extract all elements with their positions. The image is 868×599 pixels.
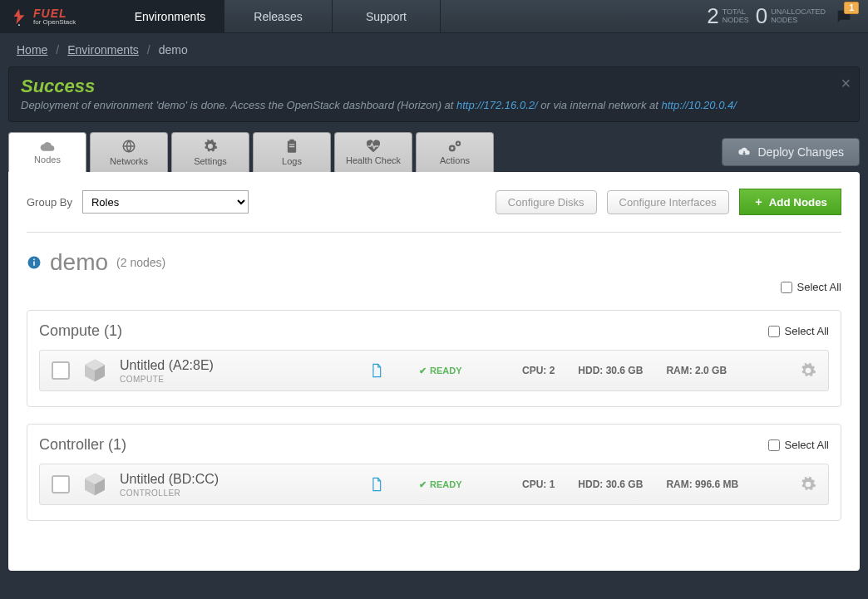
group-title: Compute (1) [39,322,122,340]
alert-title: Success [21,76,834,97]
gears-icon [446,140,463,153]
heartbeat-icon [365,140,382,153]
tab-health-check[interactable]: Health Check [334,132,412,172]
tab-nodes[interactable]: Nodes [8,132,86,172]
cloud-download-icon [737,146,751,158]
gear-icon [203,139,218,154]
unallocated-nodes-label: UNALLOCATED NODES [771,8,826,25]
logo[interactable]: FUEL for OpenStack [0,0,116,32]
horizon-link-internal[interactable]: http://10.20.0.4/ [661,99,736,111]
fuel-logo-icon [10,7,28,26]
group-title: Controller (1) [39,436,126,454]
node-settings-icon[interactable] [800,476,816,493]
node-hdd: HDD: 30.6 GB [578,479,643,490]
deploy-changes-button[interactable]: Deploy Changes [722,138,860,166]
node-role: COMPUTE [120,375,214,384]
stat-total-nodes: 2 TOTAL NODES [707,3,748,29]
nav-support[interactable]: Support [333,0,441,32]
node-cpu: CPU: 2 [522,365,555,376]
top-right: 2 TOTAL NODES 0 UNALLOCATED NODES 1 [707,0,868,32]
horizon-link-external[interactable]: http://172.16.0.2/ [456,99,538,111]
env-tabs: Nodes Networks Settings Logs Health Chec… [8,132,860,172]
notification-badge: 1 [844,2,859,14]
nodes-panel: Group By Roles Configure Disks Configure… [8,172,860,571]
alert-body: Deployment of environment 'demo' is done… [21,99,834,111]
tab-settings[interactable]: Settings [171,132,249,172]
check-icon: ✔ [419,479,427,490]
breadcrumb-home[interactable]: Home [17,43,47,56]
environment-node-count: (2 nodes) [116,256,165,269]
svg-point-7 [451,147,453,150]
brand-name: FUEL [33,7,76,19]
svg-point-0 [18,24,20,26]
breadcrumb-environments[interactable]: Environments [67,43,139,56]
node-cpu: CPU: 1 [522,479,555,490]
node-settings-icon[interactable] [800,362,816,379]
nav-releases[interactable]: Releases [224,0,333,32]
brand-subtitle: for OpenStack [33,19,76,26]
main-nav: Environments Releases Support [116,0,441,32]
add-nodes-button[interactable]: ＋ Add Nodes [739,189,841,215]
select-all-checkbox[interactable] [781,282,792,293]
group-controller: Controller (1) Select All Untitled (BD:C… [27,424,841,521]
svg-rect-11 [33,262,35,266]
group-select-all-checkbox[interactable] [768,326,780,337]
svg-rect-3 [289,140,293,142]
node-checkbox[interactable] [52,361,70,380]
notifications-button[interactable]: 1 [832,5,856,28]
total-nodes-label: TOTAL NODES [723,8,749,25]
node-ram: RAM: 2.0 GB [666,365,727,376]
svg-rect-5 [289,146,294,147]
node-name: Untitled (BD:CC) [120,472,219,487]
nodes-toolbar: Group By Roles Configure Disks Configure… [27,189,841,233]
plus-icon: ＋ [753,194,764,209]
info-icon[interactable] [27,255,42,270]
node-status: ✔ READY [419,366,477,376]
svg-rect-4 [289,144,294,145]
stat-unallocated-nodes: 0 UNALLOCATED NODES [756,3,826,29]
node-hdd: HDD: 30.6 GB [578,365,643,376]
topbar: FUEL for OpenStack Environments Releases… [0,0,868,33]
groupby-label: Group By [27,196,72,209]
node-row[interactable]: Untitled (BD:CC) CONTROLLER ✔ READY CPU:… [39,464,829,505]
node-icon [81,471,108,498]
tab-actions[interactable]: Actions [416,132,494,172]
select-all-global[interactable]: Select All [27,281,841,293]
node-name: Untitled (A2:8E) [120,358,214,373]
close-icon[interactable]: × [841,74,851,93]
total-nodes-count: 2 [707,3,718,29]
check-icon: ✔ [419,366,427,376]
node-status: ✔ READY [419,479,477,490]
configure-disks-button[interactable]: Configure Disks [496,190,597,214]
clipboard-icon [285,139,298,154]
node-log-icon[interactable] [371,363,382,378]
node-ram: RAM: 996.6 MB [666,479,738,490]
group-compute: Compute (1) Select All Untitled (A2:8E) … [27,310,841,407]
tab-logs[interactable]: Logs [253,132,331,172]
svg-point-9 [457,143,459,145]
globe-icon [121,139,136,154]
success-alert: × Success Deployment of environment 'dem… [8,66,860,122]
breadcrumb: Home / Environments / demo [0,33,868,66]
node-role: CONTROLLER [120,489,219,498]
nav-environments[interactable]: Environments [116,0,224,32]
unallocated-nodes-count: 0 [756,3,767,29]
tab-networks[interactable]: Networks [90,132,168,172]
node-log-icon[interactable] [371,477,382,492]
node-checkbox[interactable] [52,475,70,493]
cloud-icon [39,140,56,152]
environment-name: demo [50,249,108,276]
node-row[interactable]: Untitled (A2:8E) COMPUTE ✔ READY CPU: 2 … [39,350,829,391]
group-select-all[interactable]: Select All [768,325,829,337]
group-select-all-checkbox[interactable] [768,439,780,451]
group-select-all[interactable]: Select All [768,439,829,451]
svg-rect-12 [33,259,35,261]
configure-interfaces-button[interactable]: Configure Interfaces [607,190,729,214]
environment-header: demo (2 nodes) [27,249,841,276]
node-icon [81,357,108,384]
breadcrumb-current: demo [159,43,188,56]
groupby-select[interactable]: Roles [82,190,249,214]
